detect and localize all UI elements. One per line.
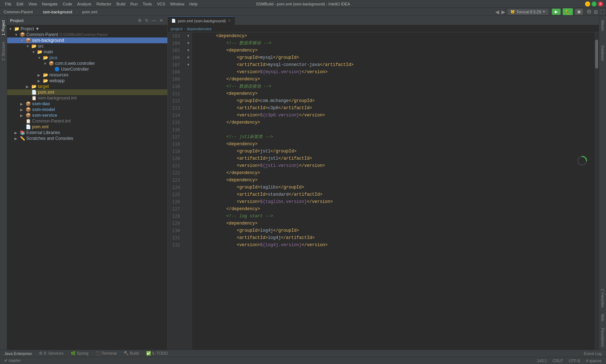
tree-label-main: main [44,49,53,54]
breadcrumb-ssm-background[interactable]: ssm-background [41,9,74,15]
menu-code[interactable]: Code [61,1,74,7]
tree-item-common-parent-iml[interactable]: 📋 Common-Parent.iml [7,118,167,124]
tree-item-src[interactable]: ▼ 📂 src [7,43,167,49]
tree-item-ssm-background[interactable]: ▼ 📦 ssm-background [7,37,167,43]
project-settings-button[interactable]: ⚙ [136,17,143,24]
line-ending[interactable]: CRLF [551,359,565,363]
encoding[interactable]: UTF-8 [567,359,581,363]
right-tab-maven[interactable]: Maven [599,17,606,34]
run-config-selector[interactable]: 🐱 Tomcat 8.5.29 ▼ [508,9,548,15]
breadcrumb-nav: Common-Parent › ssm-background › pom.xml… [0,8,606,16]
arrow-ssm-dao: ▶ [20,102,25,106]
editor-breadcrumb: project › dependencies [168,25,599,32]
coverage-button[interactable]: ▣ [575,9,583,15]
menu-navigate[interactable]: Navigate [40,1,60,7]
menu-tools[interactable]: Tools [140,1,154,7]
tab-xml-icon: 📄 [171,19,176,23]
bottom-tab-java-enterprise[interactable]: Java Enterprise [1,351,35,356]
right-tab-web[interactable]: Web [599,311,606,324]
git-status[interactable]: ✔ master [3,358,22,363]
tree-item-pom-xml-root[interactable]: 📄 pom.xml [7,124,167,130]
close-button[interactable]: ✕ [598,1,603,6]
navigate-forward-button[interactable]: ▶ [501,9,505,15]
bottom-tab-todo[interactable]: ✅ 6: TODO [143,350,171,356]
code-line-103: <dependency> [194,32,594,40]
code-line-123: <dependency> [194,177,594,184]
menu-run[interactable]: Run [128,1,140,7]
arrow-main: ▼ [32,50,37,54]
code-line-112: <groupId>com.mchange</groupId> [194,97,594,105]
menu-help[interactable]: Help [187,1,200,7]
tree-item-main[interactable]: ▼ 📂 main [7,49,167,55]
menu-edit[interactable]: Edit [14,1,26,7]
vertical-scrollbar[interactable] [594,32,599,350]
settings-button[interactable]: ⚙ [587,8,592,15]
tree-item-common-parent[interactable]: ▼ 📦 Common-Parent D:\SSMBuild\Common-Par… [7,32,167,37]
tree-item-package[interactable]: ▼ 📦 com.it.web.controller [7,61,167,66]
tree-label-resources: resources [49,72,69,77]
event-log-button[interactable]: Event Log [581,351,605,356]
right-tab-database[interactable]: Database [599,43,606,64]
tomcat-icon: 🐱 [510,10,515,14]
tree-item-ssm-service[interactable]: ▶ 📦 ssm-service [7,112,167,118]
breadcrumb-pom-xml[interactable]: pom.xml [80,9,100,15]
breadcrumb-project[interactable]: project [171,27,183,31]
bottom-tab-spring[interactable]: 🌿 Spring [68,350,91,356]
arrow-resources: ▶ [38,73,43,77]
tree-item-user-controller[interactable]: 🔵 UserController [7,66,167,72]
menu-refactor[interactable]: Refactor [94,1,114,7]
code-line-126: <version>${taglibs.version}</version> [194,198,594,205]
tab-close-button[interactable]: ✕ [228,19,231,23]
tree-item-ssm-background-iml[interactable]: 📋 ssm-background.iml [7,95,167,101]
menu-build[interactable]: Build [114,1,127,7]
breadcrumb-dependencies[interactable]: dependencies [187,27,212,31]
layout-button[interactable]: ⊞ [594,9,598,15]
tree-item-external-libraries[interactable]: ▶ 📚 External Libraries [7,130,167,136]
sidebar-tab-structure[interactable]: 2: Structure [0,39,7,63]
tree-item-ssm-model[interactable]: ▶ 📦 ssm-model [7,107,167,112]
menu-vcs[interactable]: VCS [155,1,167,7]
title-bar-left: File Edit View Navigate Code Analyze Ref… [3,1,200,7]
bottom-tab-services[interactable]: ⚙ 8: Services [36,350,66,356]
cursor-position[interactable]: 143:1 [536,359,549,363]
right-tab-persistence[interactable]: Persistence [599,325,606,350]
expand-button[interactable]: ⛶ [600,9,605,14]
indent-setting[interactable]: 4 spaces [584,359,603,363]
tree-item-pom-xml[interactable]: 📄 pom.xml [7,89,167,95]
sidebar-tab-project[interactable]: 1: Project [0,17,7,38]
code-line-124: <groupId>taglibs</groupId> [194,184,594,191]
code-line-111: <dependency> [194,90,594,97]
code-editor[interactable]: <dependency> <!-- 数据库驱动 --> <dependency>… [192,32,594,350]
tree-item-webapp[interactable]: ▶ 📂 webapp [7,78,167,84]
code-line-129: <dependency> [194,220,594,227]
tree-item-project[interactable]: ▼ 📁 Project ▼ [7,26,167,32]
code-line-127: </dependency> [194,205,594,213]
scrollbar-thumb[interactable] [595,40,598,68]
menu-analyze[interactable]: Analyze [75,1,93,7]
editor-tab-pom-xml[interactable]: 📄 pom.xml (ssm-background) ✕ [168,16,235,25]
debug-button[interactable]: 🐛 [563,8,573,15]
breadcrumb-common-parent[interactable]: Common-Parent [1,9,35,15]
navigate-back-button[interactable]: ◀ [495,9,499,15]
arrow-external-libraries: ▶ [14,131,19,135]
project-close-button[interactable]: ✕ [158,17,164,24]
menu-view[interactable]: View [26,1,39,7]
right-tab-favorites[interactable]: 2: Favorites [599,286,606,310]
menu-file[interactable]: File [3,1,14,7]
tree-item-scratches[interactable]: ▶ ✏️ Scratches and Consoles [7,136,167,141]
project-sync-button[interactable]: ↻ [144,17,150,24]
code-line-109: </dependency> [194,76,594,83]
tree-item-ssm-dao[interactable]: ▶ 📦 ssm-dao [7,101,167,107]
run-button[interactable]: ▶ [552,9,561,15]
maximize-button[interactable]: □ [592,1,597,6]
project-collapse-button[interactable]: — [151,17,157,24]
tree-item-java[interactable]: ▼ 📂 java [7,55,167,61]
bottom-tab-build[interactable]: 🔨 Build [121,350,142,356]
bottom-tab-terminal[interactable]: ⬛ Terminal [93,350,119,356]
menu-window[interactable]: Window [168,1,186,7]
tree-item-target[interactable]: ▶ 📂 target [7,84,167,89]
spinner-container [576,155,588,167]
tree-item-resources[interactable]: ▶ 📂 resources [7,72,167,78]
tree-label-pom-xml: pom.xml [38,90,54,95]
minimize-button[interactable]: ─ [585,1,590,6]
